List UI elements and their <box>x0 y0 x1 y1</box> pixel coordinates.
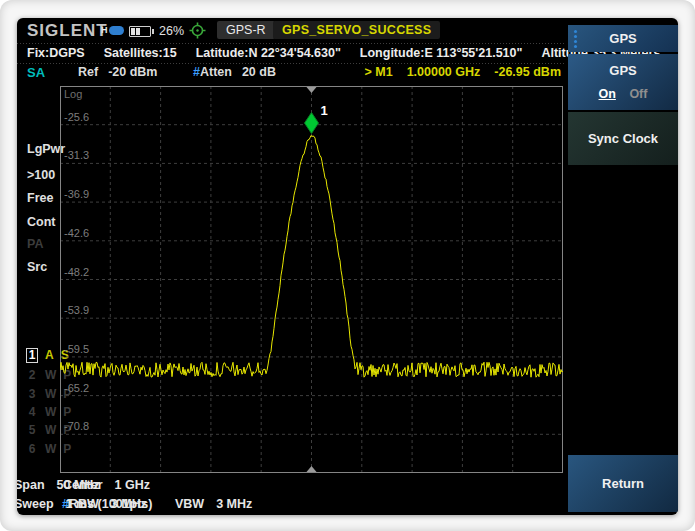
annotation-source: Src <box>27 260 47 274</box>
svg-text:1: 1 <box>321 103 328 118</box>
svg-text:-70.8: -70.8 <box>64 420 89 432</box>
gps-fix: Fix:DGPS <box>27 46 85 60</box>
measurement-row: SA Ref-20 dBm #Atten20 dB > M1 1.00000 G… <box>17 65 566 83</box>
menu-title-gps[interactable]: GPS <box>568 25 678 52</box>
gps-onoff-toggle[interactable]: On Off <box>568 87 678 101</box>
ref-level: Ref-20 dBm <box>78 65 157 79</box>
svg-text:Log: Log <box>64 88 82 100</box>
mode-label: SA <box>27 65 45 80</box>
siglent-logo: SIGLENT <box>27 21 108 41</box>
analyzer-screenshot: SIGLENT H 26% GPS-R GPS_SERVO_SUCCESS <box>0 0 695 531</box>
annotation-points: >100 <box>27 168 55 182</box>
hdmi-icon: H <box>101 25 124 35</box>
span: Span50 MHz <box>17 478 563 494</box>
attenuation: #Atten20 dB <box>193 65 276 79</box>
svg-text:-59.5: -59.5 <box>64 343 89 355</box>
gps-latitude: Latitude:N 22°34'54.630" <box>196 46 341 60</box>
svg-text:-42.6: -42.6 <box>64 227 89 239</box>
gps-onoff-label: GPS <box>568 63 678 78</box>
annotation-preamp: PA <box>27 237 43 251</box>
svg-text:-36.9: -36.9 <box>64 188 89 200</box>
marker-id: > M1 <box>364 65 392 79</box>
gps-longitude: Longitude:E 113°55'21.510" <box>360 46 523 60</box>
gps-status-message: GPS_SERVO_SUCCESS <box>273 21 440 39</box>
svg-text:-53.9: -53.9 <box>64 304 89 316</box>
marker-frequency: 1.00000 GHz <box>407 65 481 79</box>
gps-on-option[interactable]: On <box>599 87 616 101</box>
svg-text:-31.3: -31.3 <box>64 149 89 161</box>
annotation-trigger-free: Free <box>27 191 53 205</box>
svg-text:-65.2: -65.2 <box>64 382 89 394</box>
gps-position-icon <box>189 22 206 39</box>
gps-satellites: Satellites:15 <box>104 46 177 60</box>
annotation-sweep-cont: Cont <box>27 215 55 229</box>
spectrum-display: Log-25.6-31.3-36.9-42.6-48.2-53.9-59.5-6… <box>60 86 563 473</box>
marker-readout: > M1 1.00000 GHz -26.95 dBm <box>364 65 561 79</box>
svg-text:-48.2: -48.2 <box>64 266 89 278</box>
separator <box>17 63 566 64</box>
analyzer-screen: SIGLENT H 26% GPS-R GPS_SERVO_SUCCESS <box>17 18 678 515</box>
separator <box>17 43 566 44</box>
gps-ref-chip: GPS-R <box>217 21 275 39</box>
top-status-bar: SIGLENT H 26% GPS-R GPS_SERVO_SUCCESS <box>17 18 568 42</box>
battery-percent: 26% <box>159 24 184 38</box>
return-button[interactable]: Return <box>568 455 678 512</box>
spectrum-trace-plot: Log-25.6-31.3-36.9-42.6-48.2-53.9-59.5-6… <box>60 86 563 473</box>
svg-text:-25.6: -25.6 <box>64 111 89 123</box>
battery-icon: 26% <box>129 24 184 38</box>
sync-clock-button[interactable]: Sync Clock <box>568 112 678 165</box>
gps-onoff-button[interactable]: GPS On Off <box>568 54 678 110</box>
gps-off-option[interactable]: Off <box>629 87 647 101</box>
sweep-time: Sweep1 ms (1001pts) <box>17 497 563 513</box>
gps-info-row: Fix:DGPS Satellites:15 Latitude:N 22°34'… <box>27 46 565 60</box>
menu-dots-icon <box>574 30 577 48</box>
marker-amplitude: -26.95 dBm <box>494 65 561 79</box>
